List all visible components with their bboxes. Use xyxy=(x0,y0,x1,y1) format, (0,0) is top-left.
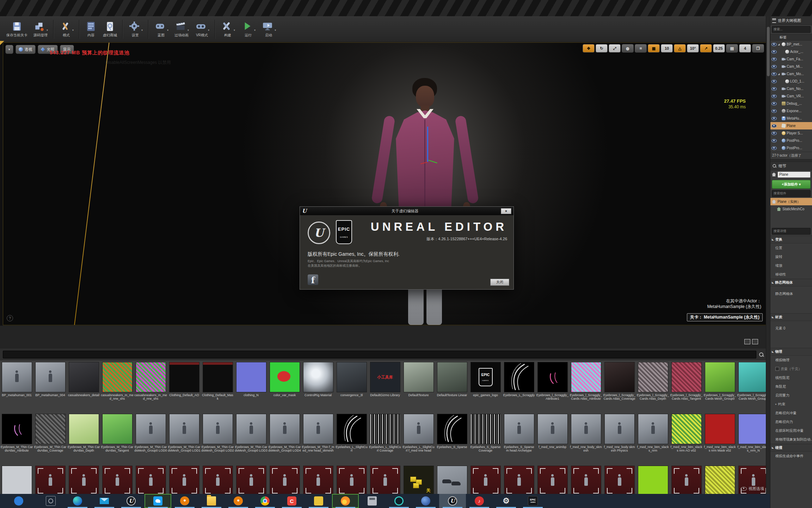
outliner-row[interactable]: Expone... xyxy=(770,107,812,115)
outliner-row[interactable]: Actor_... xyxy=(770,48,812,55)
asset-item[interactable]: Eyebrows_M_Thin CardsMesh_Group0 LOD2 xyxy=(201,412,234,464)
blue-circle-app-icon[interactable] xyxy=(412,494,439,508)
asset-item[interactable]: f_med_nrw_btm_slacks nrm AO v02 xyxy=(670,412,703,464)
outliner-row[interactable]: Plane xyxy=(770,122,812,129)
asset-item[interactable]: BP_metahuman_001 xyxy=(0,361,33,412)
visibility-eye-icon[interactable] xyxy=(771,87,777,91)
asset-item[interactable] xyxy=(435,464,469,494)
asset-item[interactable] xyxy=(603,464,636,494)
launch-button[interactable]: ▾启动 xyxy=(261,20,276,38)
viewport-tool-maximize[interactable]: ❐ xyxy=(752,44,764,53)
asset-item[interactable]: Eyebrows_M_Thin CardsMesh_Group0 LOD0 xyxy=(134,412,167,464)
visibility-eye-icon[interactable] xyxy=(771,50,777,54)
outliner-row[interactable]: Player S... xyxy=(770,129,812,137)
files-app-icon[interactable] xyxy=(198,494,225,508)
viewport-tool-grid[interactable]: ▦ xyxy=(648,44,660,53)
viewport-help-icon[interactable]: ? xyxy=(7,315,13,321)
property-row[interactable]: 启用重力 xyxy=(770,391,812,400)
dropdown-caret-icon[interactable]: ▾ xyxy=(47,29,48,32)
marketplace-button[interactable]: 虚幻商城 xyxy=(103,20,117,38)
asset-item[interactable] xyxy=(268,464,301,494)
asset-item[interactable] xyxy=(234,464,268,494)
outliner-row[interactable]: Debug_... xyxy=(770,100,812,107)
build-button[interactable]: ▾构建 xyxy=(220,20,235,38)
asset-item[interactable] xyxy=(335,464,368,494)
asset-item[interactable]: Eyebrows_M_Thin CardsMesh_Group0 LOD4 xyxy=(268,412,301,464)
viewport-tool-camera-value[interactable]: 4 xyxy=(739,44,751,53)
view-options-button[interactable]: 视图选项 xyxy=(712,485,768,492)
asset-item[interactable]: Clothing_Default_Mask xyxy=(201,361,234,412)
asset-item[interactable] xyxy=(0,464,33,494)
asset-item[interactable]: Eyebrows_l_Scraggly_Attribute1 xyxy=(536,361,569,412)
property-row[interactable]: 移动性 xyxy=(770,270,812,279)
expand-arrow-icon[interactable]: ▸ xyxy=(775,403,777,406)
property-row[interactable]: 角阻尼 xyxy=(770,382,812,391)
asset-item[interactable]: Eyebrows_M_Thin CardsMesh_Group0 LOD1 xyxy=(167,412,201,464)
cinematics-button[interactable]: ▾过场动画 xyxy=(174,20,189,38)
outliner-row[interactable]: LOD_1... xyxy=(770,78,812,85)
dropdown-caret-icon[interactable]: ▾ xyxy=(141,29,143,32)
unreal-editor-icon[interactable]: U xyxy=(439,494,466,508)
chrome-browser-icon[interactable] xyxy=(252,494,278,508)
dropdown-caret-icon[interactable]: ▾ xyxy=(72,29,74,32)
visibility-eye-icon[interactable] xyxy=(771,102,777,105)
perspective-button[interactable]: 透视 xyxy=(16,45,36,54)
viewport-options-button[interactable]: ▾ xyxy=(5,45,13,54)
visibility-eye-icon[interactable] xyxy=(771,95,777,98)
asset-item[interactable]: convergence_3l xyxy=(335,361,368,412)
property-row[interactable]: 旋转 xyxy=(770,252,812,261)
gizmo-z-axis[interactable] xyxy=(427,127,428,162)
component-root-row[interactable]: Plane（实例） xyxy=(770,198,812,205)
expander-icon[interactable]: ◢ xyxy=(778,73,781,75)
outliner-search-input[interactable]: 搜索... xyxy=(772,26,811,33)
viewport-tool-scale-snap[interactable]: ↗ xyxy=(700,44,712,53)
epic-games-launcher-icon[interactable]: EPICGAMES xyxy=(519,494,546,508)
asset-item[interactable]: DefaultTexture Linear xyxy=(435,361,469,412)
asset-item[interactable]: Eyelashes_L_SlightCurl Coverage xyxy=(368,412,402,464)
asset-item[interactable]: Clothing_Default_AO xyxy=(167,361,201,412)
asset-item[interactable]: casualsneakers_m_med_nrw_shs xyxy=(134,361,167,412)
play-button[interactable]: ▾运行 xyxy=(241,20,256,38)
visibility-eye-icon[interactable] xyxy=(771,65,777,68)
settings-button[interactable]: ▾设置 xyxy=(128,20,143,38)
viewport-tool-move[interactable]: ✥ xyxy=(583,44,595,53)
visibility-eye-icon[interactable] xyxy=(771,58,777,61)
camera-app-icon[interactable] xyxy=(37,494,64,508)
blueprints-button[interactable]: ▾蓝图 xyxy=(154,20,168,38)
world-outliner-header[interactable]: 世界大纲视图 xyxy=(770,16,812,25)
asset-item[interactable] xyxy=(469,464,502,494)
viewport-tool-camera-speed[interactable]: ▤ xyxy=(726,44,738,53)
visibility-eye-icon[interactable] xyxy=(771,117,777,120)
section-header[interactable]: ◣碰撞 xyxy=(770,444,812,452)
outliner-row[interactable]: Cam_No... xyxy=(770,85,812,92)
dropdown-caret-icon[interactable]: ▾ xyxy=(167,29,168,32)
property-row[interactable]: 元素 0 xyxy=(770,321,812,348)
asset-item[interactable]: f_med_nrw_btm_slacks nrm Mask v02 xyxy=(703,412,737,464)
dropdown-caret-icon[interactable]: ▾ xyxy=(187,29,189,32)
asset-item[interactable]: BP_metahuman_004 xyxy=(33,361,67,412)
section-header[interactable]: ◣物理 xyxy=(770,348,812,356)
edge-browser-icon[interactable] xyxy=(64,494,91,508)
asset-item[interactable] xyxy=(33,464,67,494)
content-lock-icon[interactable] xyxy=(752,339,758,344)
property-row[interactable]: 模拟生成命中事件 xyxy=(770,452,812,460)
asset-item[interactable]: Eyebrows_l_Scraggly_Cards Mesh_Group0 xyxy=(703,361,737,412)
asset-item[interactable]: casualsneakers_m_med_nrw_shs xyxy=(100,361,134,412)
teal-ring-app-icon[interactable] xyxy=(386,494,412,508)
outliner-row[interactable]: ◢Cam_Mo... xyxy=(770,70,812,78)
asset-item[interactable] xyxy=(201,464,234,494)
blender-app-2-icon[interactable] xyxy=(225,494,252,508)
current-level-badge[interactable]: 关卡： MetaHumanSample (永久性) xyxy=(687,313,763,321)
property-row[interactable]: 静态网格体 xyxy=(770,286,812,313)
dropdown-caret-icon[interactable]: ▾ xyxy=(275,29,276,32)
property-row[interactable]: 在损坏时应用冲量 xyxy=(770,426,812,435)
asset-item[interactable]: Eyelashes_L_SlightCurl f_med nrw head xyxy=(402,412,435,464)
content-search-input[interactable] xyxy=(3,351,756,358)
dialog-close-button[interactable]: 关闭 xyxy=(490,279,509,286)
asset-item[interactable] xyxy=(301,464,335,494)
section-header[interactable]: ◣变换 xyxy=(770,236,812,243)
outliner-row[interactable]: Cam_VR... xyxy=(770,92,812,100)
viewport-tool-angle[interactable]: △ xyxy=(674,44,686,53)
asset-item[interactable]: f_med_nrw_body_skmesh xyxy=(569,412,603,464)
asset-item[interactable] xyxy=(636,464,670,494)
